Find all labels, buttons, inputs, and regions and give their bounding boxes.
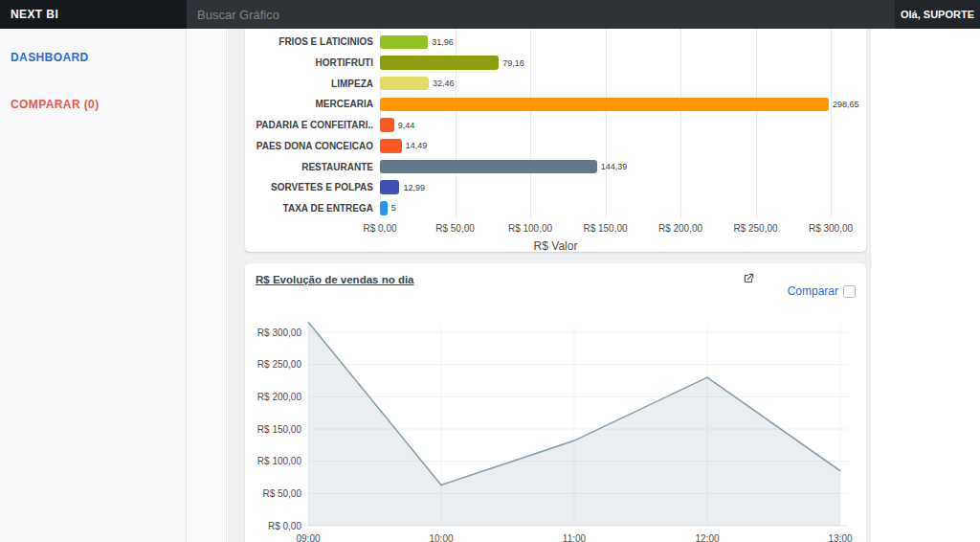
bar-category-label: RESTAURANTE bbox=[255, 156, 373, 177]
area-chart-y-tick: R$ 50,00 bbox=[262, 488, 301, 499]
bar-category-label: SORVETES E POLPAS bbox=[255, 177, 373, 198]
area-chart-y-tick: R$ 100,00 bbox=[257, 456, 302, 466]
bar-chart-x-tick: R$ 150,00 bbox=[583, 223, 627, 234]
bar-chart-card: FRIOS E LATICINIOS31,96HORTIFRUTI79,16LI… bbox=[245, 29, 866, 252]
bar[interactable] bbox=[380, 180, 399, 194]
expand-icon[interactable] bbox=[742, 272, 755, 285]
area-chart-y-tick: R$ 200,00 bbox=[257, 392, 302, 402]
bar-value-label: 14,49 bbox=[406, 136, 428, 157]
bar-value-label: 9,44 bbox=[398, 115, 415, 136]
bar-value-label: 12,99 bbox=[403, 177, 425, 198]
compare-label[interactable]: Comparar bbox=[788, 284, 838, 298]
main-content: FRIOS E LATICINIOS31,96HORTIFRUTI79,16LI… bbox=[228, 29, 871, 542]
bar-row: PADARIA E CONFEITARI..9,44 bbox=[255, 115, 857, 136]
bar-category-label: PAES DONA CONCEICAO bbox=[255, 136, 373, 157]
topbar: NEXT BI Olá, SUPORTE bbox=[0, 0, 980, 29]
area-chart: R$ 300,00R$ 250,00R$ 200,00R$ 150,00R$ 1… bbox=[255, 304, 857, 542]
area-chart-y-tick: R$ 250,00 bbox=[257, 359, 302, 370]
bar[interactable] bbox=[380, 98, 829, 112]
bar-category-label: FRIOS E LATICINIOS bbox=[255, 32, 373, 53]
bar-chart-x-tick: R$ 100,00 bbox=[508, 223, 552, 234]
bar[interactable] bbox=[380, 77, 429, 91]
compare-checkbox[interactable] bbox=[843, 285, 856, 298]
bar-value-label: 32,46 bbox=[433, 73, 455, 94]
bar-value-label: 79,16 bbox=[502, 53, 524, 74]
area-chart-y-tick: R$ 0,00 bbox=[268, 521, 301, 531]
bar-value-label: 5 bbox=[391, 198, 396, 219]
bar-row: TAXA DE ENTREGA5 bbox=[255, 198, 857, 219]
bar-chart: FRIOS E LATICINIOS31,96HORTIFRUTI79,16LI… bbox=[255, 32, 857, 218]
bar-chart-x-axis-title: R$ Valor bbox=[255, 239, 731, 253]
user-menu[interactable]: Olá, SUPORTE bbox=[895, 0, 980, 29]
chart-title[interactable]: R$ Evolução de vendas no dia bbox=[256, 274, 414, 285]
bar-row: HORTIFRUTI79,16 bbox=[255, 53, 857, 74]
bar[interactable] bbox=[380, 160, 597, 174]
bar-category-label: TAXA DE ENTREGA bbox=[255, 198, 373, 219]
area-chart-x-tick: 11:00 bbox=[563, 533, 587, 542]
bar-row: FRIOS E LATICINIOS31,96 bbox=[255, 32, 857, 53]
search-input[interactable] bbox=[187, 8, 612, 22]
brand-logo[interactable]: NEXT BI bbox=[0, 0, 187, 29]
bar-category-label: HORTIFRUTI bbox=[255, 53, 373, 74]
bar-value-label: 144,39 bbox=[601, 156, 628, 177]
area-chart-y-tick: R$ 150,00 bbox=[257, 424, 302, 435]
content-left-gutter bbox=[188, 29, 227, 542]
area-chart-x-tick: 13:00 bbox=[828, 533, 852, 542]
bar-row: LIMPEZA32,46 bbox=[255, 73, 857, 94]
sidebar-item-dashboard[interactable]: DASHBOARD bbox=[0, 39, 186, 76]
sidebar-item-comparar[interactable]: COMPARAR (0) bbox=[0, 86, 186, 123]
area-chart-x-tick: 10:00 bbox=[429, 533, 453, 542]
bar-row: PAES DONA CONCEICAO14,49 bbox=[255, 136, 857, 157]
bar-category-label: MERCEARIA bbox=[255, 94, 373, 115]
search-bar bbox=[187, 0, 895, 29]
line-chart-header: R$ Evolução de vendas no dia Comparar bbox=[255, 271, 857, 304]
bar[interactable] bbox=[380, 56, 499, 70]
bar-value-label: 298,65 bbox=[833, 94, 859, 115]
bar-category-label: PADARIA E CONFEITARI.. bbox=[255, 115, 373, 136]
bar[interactable] bbox=[380, 201, 388, 215]
bar-chart-x-tick: R$ 300,00 bbox=[809, 223, 853, 234]
bar[interactable] bbox=[380, 118, 394, 132]
bar-value-label: 31,96 bbox=[432, 32, 454, 53]
bar-row: RESTAURANTE144,39 bbox=[255, 156, 857, 177]
bar-chart-x-axis: R$ 0,00R$ 50,00R$ 100,00R$ 150,00R$ 200,… bbox=[255, 223, 857, 238]
line-chart-card: R$ Evolução de vendas no dia Comparar R$… bbox=[245, 263, 866, 542]
bar-chart-x-tick: R$ 250,00 bbox=[733, 223, 777, 234]
bar-row: SORVETES E POLPAS12,99 bbox=[255, 177, 857, 198]
bar-row: MERCEARIA298,65 bbox=[255, 94, 857, 115]
sidebar: DASHBOARD COMPARAR (0) bbox=[0, 29, 187, 542]
bar-chart-x-tick: R$ 50,00 bbox=[435, 223, 475, 234]
bar-chart-x-tick: R$ 0,00 bbox=[363, 223, 396, 234]
bar[interactable] bbox=[380, 35, 428, 50]
bar[interactable] bbox=[380, 139, 402, 153]
compare-control: Comparar bbox=[788, 284, 856, 298]
bar-chart-x-tick: R$ 200,00 bbox=[658, 223, 702, 234]
area-chart-x-tick: 12:00 bbox=[695, 533, 719, 542]
area-chart-x-tick: 09:00 bbox=[296, 533, 320, 542]
area-chart-y-tick: R$ 300,00 bbox=[257, 327, 302, 338]
bar-category-label: LIMPEZA bbox=[255, 73, 373, 94]
